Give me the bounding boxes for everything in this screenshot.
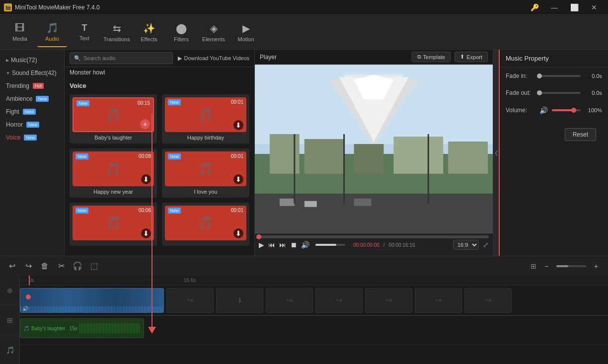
audio-layers-icon: ⊞ — [531, 262, 536, 270]
download-button-3[interactable]: ⬇ — [141, 174, 151, 184]
transition-slot-6[interactable]: ↪ — [415, 288, 462, 313]
filters-label: Filters — [174, 36, 189, 42]
transition-slot-4[interactable]: ↪ — [315, 288, 363, 313]
fade-in-label: Fade in: — [506, 73, 535, 79]
download-button-2[interactable]: ⬇ — [233, 120, 243, 130]
audio-card-5[interactable]: New 00:06 🎵 ⬇ — [70, 203, 157, 246]
add-track-icon[interactable]: ⊕ — [0, 276, 20, 305]
transition-slot-5[interactable]: ↪ — [365, 288, 412, 313]
cut-button[interactable]: ✂ — [54, 259, 68, 273]
transition-slot-3[interactable]: ↪ — [266, 288, 313, 313]
download-button-5[interactable]: ⬇ — [141, 228, 151, 238]
transition-slot-2[interactable]: ⬇ — [216, 288, 263, 313]
elements-icon: ◈ — [210, 22, 218, 34]
prev-frame-button[interactable]: ⏮ — [268, 241, 275, 249]
search-audio-box[interactable]: 🔍 Search audio — [70, 52, 173, 64]
new-badge-voice: New — [24, 135, 37, 141]
audio-card-3[interactable]: New 00:08 🎵 ⬇ Happy new year — [70, 148, 157, 198]
add-button-1[interactable]: + — [140, 119, 150, 129]
sidebar-item-ambience[interactable]: Ambience New — [0, 92, 64, 105]
transition-arrow-2: ⬇ — [237, 296, 243, 304]
transition-slot-7[interactable]: ↪ — [464, 288, 512, 313]
motion-icon: ▶ — [242, 22, 250, 34]
export-button[interactable]: ⬆ Export — [455, 52, 488, 62]
progress-bar[interactable] — [259, 235, 489, 238]
sidebar-item-fight[interactable]: Fight New — [0, 105, 64, 118]
toolbar-transitions[interactable]: ⇆ Transitions — [102, 17, 132, 47]
fade-in-row: Fade in: 0.0s — [500, 68, 608, 84]
audio-label: Audio — [45, 36, 59, 42]
key-icon-btn[interactable]: 🔑 — [525, 0, 544, 15]
reset-button[interactable]: Reset — [565, 128, 596, 141]
minimize-button[interactable]: — — [544, 0, 564, 15]
crop-button[interactable]: ⬚ — [87, 259, 101, 273]
stop-button[interactable]: ⏹ — [290, 241, 297, 249]
download-youtube-button[interactable]: ▶ Download YouTube Videos — [178, 55, 250, 62]
audio-card-2[interactable]: New 00:01 🎵 ⬇ Happy birthday — [162, 94, 249, 144]
close-button[interactable]: ✕ — [584, 0, 604, 15]
svg-rect-13 — [280, 199, 295, 206]
volume-icon-property: 🔊 — [539, 106, 548, 114]
music-waveform — [79, 323, 141, 333]
panel-collapse-handle[interactable]: ❮ — [493, 50, 499, 256]
svg-rect-8 — [304, 139, 344, 174]
ratio-select[interactable]: 16:9 9:16 1:1 — [453, 240, 479, 250]
volume-icon[interactable]: 🔊 — [301, 241, 309, 249]
audio-card-6[interactable]: New 00:01 🎵 ⬇ — [162, 203, 249, 246]
video-clip[interactable]: 🔊 — [20, 288, 164, 313]
sidebar-item-sound-effect[interactable]: ▼ Sound Effect(42) — [0, 67, 64, 79]
next-frame-button[interactable]: ⏭ — [279, 241, 286, 249]
maximize-button[interactable]: ⬜ — [564, 0, 584, 15]
fullscreen-icon[interactable]: ⤢ — [483, 241, 489, 249]
redo-button[interactable]: ↪ — [21, 259, 35, 273]
transition-slot-1[interactable]: ↪ — [166, 288, 214, 313]
main-content: ▶ Music(72) ▼ Sound Effect(42) Trending … — [0, 50, 608, 256]
svg-rect-9 — [354, 144, 384, 174]
text-icon: T — [82, 23, 87, 33]
titlebar-controls[interactable]: 🔑 — ⬜ ✕ — [525, 0, 604, 15]
audio-card-4[interactable]: New 00:01 🎵 ⬇ I love you — [162, 148, 249, 198]
audio-name-1: Baby's laughter — [73, 135, 154, 141]
toolbar-audio[interactable]: 🎵 Audio — [37, 17, 67, 47]
fade-in-slider[interactable] — [539, 75, 581, 77]
fade-out-slider[interactable] — [539, 92, 581, 94]
fade-in-dot[interactable] — [537, 73, 542, 78]
sidebar-item-trending[interactable]: Trending Hot — [0, 79, 64, 92]
zoom-slider[interactable] — [556, 265, 586, 267]
audio-thumb-5: New 00:06 🎵 ⬇ — [73, 206, 154, 240]
sidebar-item-music[interactable]: ▶ Music(72) — [0, 54, 64, 67]
download-button-4[interactable]: ⬇ — [233, 174, 243, 184]
timeline-playhead[interactable] — [29, 276, 30, 285]
volume-slider-dot[interactable] — [571, 108, 576, 113]
toolbar-media[interactable]: 🎞 Media — [5, 17, 35, 47]
audio-edit-button[interactable]: 🎧 — [71, 259, 84, 273]
music-clip[interactable]: 🎵 Baby's laughter 15s — [20, 318, 144, 338]
youtube-icon: ▶ — [178, 55, 182, 62]
play-button[interactable]: ▶ — [259, 241, 264, 249]
new-badge-card6: New — [168, 208, 181, 214]
audio-card-1[interactable]: New 00:15 🎵 + Baby's laughter — [70, 94, 157, 144]
volume-slider[interactable] — [315, 244, 345, 246]
current-sound-name: Monster howl — [65, 67, 254, 78]
fade-out-dot[interactable] — [537, 90, 542, 95]
undo-button[interactable]: ↩ — [5, 259, 19, 273]
zoom-out-button[interactable]: − — [539, 259, 553, 273]
sidebar-item-horror[interactable]: Horror New — [0, 118, 64, 131]
toolbar-motion[interactable]: ▶ Motion — [231, 17, 261, 47]
new-badge-card3: New — [76, 153, 88, 159]
toolbar-effects[interactable]: ✨ Effects — [134, 17, 164, 47]
playhead-dot — [26, 294, 31, 299]
toolbar-elements[interactable]: ◈ Elements — [199, 17, 228, 47]
transition-arrow-3: ↪ — [286, 295, 293, 305]
video-area — [255, 65, 493, 233]
zoom-in-button[interactable]: + — [589, 259, 603, 273]
horror-label: Horror — [6, 121, 23, 128]
volume-property-slider[interactable] — [552, 109, 581, 111]
delete-button[interactable]: 🗑 — [38, 259, 52, 273]
sidebar-item-voice[interactable]: Voice New — [0, 131, 64, 144]
template-button[interactable]: ⧉ Template — [412, 52, 451, 62]
toolbar-filters[interactable]: ⬤ Filters — [166, 17, 196, 47]
toolbar-text[interactable]: T Text — [70, 17, 99, 47]
download-button-6[interactable]: ⬇ — [233, 228, 243, 238]
music-property-title: Music Property — [500, 50, 608, 68]
